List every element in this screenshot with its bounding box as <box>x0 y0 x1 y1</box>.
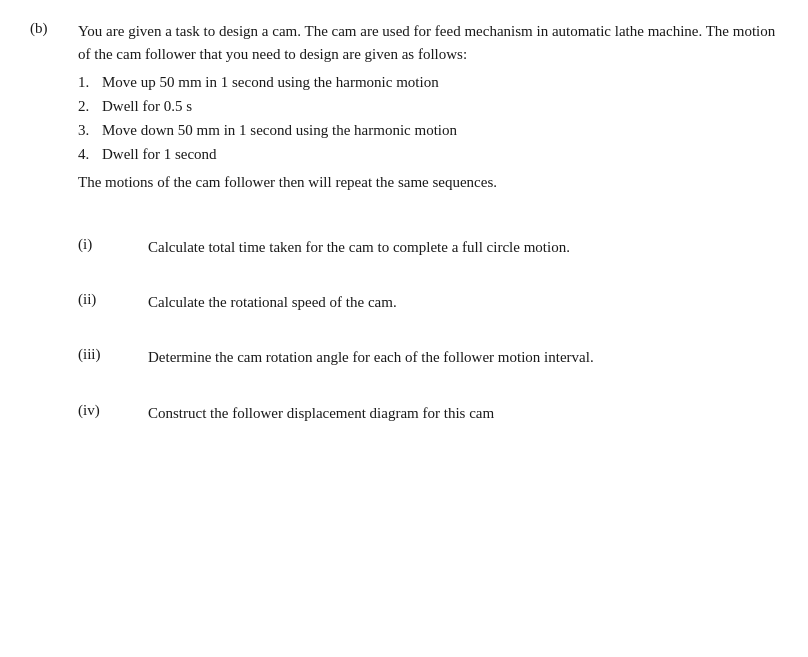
sub-content-i: Calculate total time taken for the cam t… <box>148 236 778 259</box>
sub-content-iii: Determine the cam rotation angle for eac… <box>148 346 778 369</box>
list-text-3: Move down 50 mm in 1 second using the ha… <box>102 119 457 142</box>
question-b: (b) You are given a task to design a cam… <box>30 20 778 435</box>
sub-question-i: (i) Calculate total time taken for the c… <box>78 214 778 269</box>
question-list: 1. Move up 50 mm in 1 second using the h… <box>78 71 778 167</box>
question-label-b: (b) <box>30 20 68 435</box>
list-text-4: Dwell for 1 second <box>102 143 217 166</box>
list-item: 4. Dwell for 1 second <box>78 143 778 166</box>
sub-content-iv: Construct the follower displacement diag… <box>148 402 778 425</box>
sub-content-ii: Calculate the rotational speed of the ca… <box>148 291 778 314</box>
list-num-1: 1. <box>78 71 96 94</box>
sub-questions: (i) Calculate total time taken for the c… <box>78 214 778 435</box>
question-b-content: You are given a task to design a cam. Th… <box>78 20 778 435</box>
sub-label-iii: (iii) <box>78 346 148 369</box>
sub-label-ii: (ii) <box>78 291 148 314</box>
list-item: 1. Move up 50 mm in 1 second using the h… <box>78 71 778 94</box>
list-text-1: Move up 50 mm in 1 second using the harm… <box>102 71 439 94</box>
list-num-2: 2. <box>78 95 96 118</box>
sub-label-iv: (iv) <box>78 402 148 425</box>
question-closing: The motions of the cam follower then wil… <box>78 171 778 194</box>
list-num-3: 3. <box>78 119 96 142</box>
list-item: 3. Move down 50 mm in 1 second using the… <box>78 119 778 142</box>
sub-question-iv: (iv) Construct the follower displacement… <box>78 380 778 435</box>
list-num-4: 4. <box>78 143 96 166</box>
sub-question-ii: (ii) Calculate the rotational speed of t… <box>78 269 778 324</box>
list-item: 2. Dwell for 0.5 s <box>78 95 778 118</box>
question-intro: You are given a task to design a cam. Th… <box>78 20 778 67</box>
sub-label-i: (i) <box>78 236 148 259</box>
sub-question-iii: (iii) Determine the cam rotation angle f… <box>78 324 778 379</box>
list-text-2: Dwell for 0.5 s <box>102 95 192 118</box>
